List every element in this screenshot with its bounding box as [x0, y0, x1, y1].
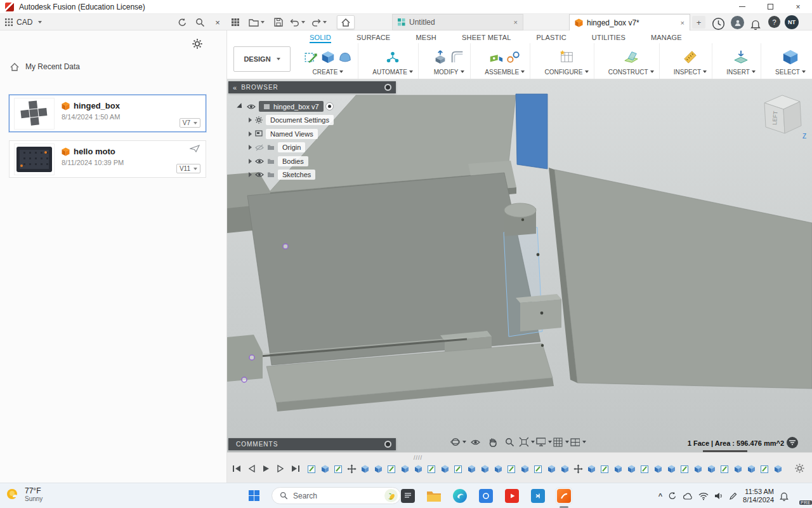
version-dropdown[interactable]: V7 — [180, 118, 200, 128]
timeline-feature-sketch[interactable] — [307, 464, 317, 474]
tab-sheet-metal[interactable]: SHEET METAL — [462, 34, 511, 43]
timeline-feature-extrude[interactable] — [374, 464, 383, 474]
browser-root-row[interactable]: hinged_box v7 — [228, 100, 419, 114]
timeline-feature-extrude[interactable] — [587, 464, 596, 474]
onedrive-cloud-icon[interactable] — [683, 493, 693, 500]
design-workspace-dropdown[interactable]: DESIGN — [233, 46, 291, 72]
document-tab-hinged-box[interactable]: hinged_box v7* × — [569, 14, 690, 30]
step-forward-button[interactable] — [277, 465, 284, 472]
timeline-feature-extrude[interactable] — [360, 464, 370, 474]
start-button[interactable] — [249, 490, 259, 501]
youtube-icon[interactable] — [504, 488, 520, 504]
timeline-feature-extrude[interactable] — [627, 464, 636, 474]
timeline-feature-extrude[interactable] — [414, 464, 423, 474]
collapsed-arrow-icon[interactable] — [249, 131, 252, 137]
new-component-icon[interactable] — [488, 50, 504, 65]
close-button[interactable]: × — [784, 0, 812, 14]
browser-row-bodies[interactable]: Bodies — [228, 154, 419, 168]
collapsed-arrow-icon[interactable] — [249, 172, 252, 177]
timeline-drag-marks-icon[interactable]: //// — [414, 455, 422, 461]
timeline-feature-extrude[interactable] — [480, 464, 490, 474]
minimize-button[interactable] — [728, 0, 756, 14]
timeline-feature-sketch[interactable] — [387, 464, 396, 474]
collapse-panel-icon[interactable]: « — [233, 84, 236, 91]
timeline-feature-extrude[interactable] — [747, 464, 756, 474]
automate-icon[interactable] — [385, 50, 400, 65]
fit-view-tool[interactable] — [519, 436, 535, 448]
tab-plastic[interactable]: PLASTIC — [537, 34, 566, 43]
files-app-icon[interactable] — [400, 488, 416, 504]
browser-row-origin[interactable]: Origin — [228, 141, 419, 155]
timeline-feature-extrude[interactable] — [467, 464, 476, 474]
browser-panel-header[interactable]: « BROWSER — [228, 81, 396, 93]
timeline-feature-move[interactable] — [573, 464, 583, 474]
panel-drag-dot-icon[interactable] — [384, 441, 391, 448]
timeline-feature-sketch[interactable] — [680, 464, 690, 474]
breadcrumb[interactable]: My Recent Data — [10, 62, 80, 71]
recent-file-card-hinged-box[interactable]: hinged_box 8/14/2024 1:50 AM V7 — [9, 95, 206, 132]
folder-icon[interactable] — [426, 488, 442, 504]
timeline-feature-extrude[interactable] — [440, 464, 450, 474]
timeline-feature-extrude[interactable] — [667, 464, 676, 474]
visibility-off-eye-icon[interactable] — [255, 144, 264, 151]
visibility-eye-icon[interactable] — [255, 171, 264, 178]
tab-mesh[interactable]: MESH — [416, 34, 436, 43]
dashboard-home-button[interactable] — [337, 15, 355, 29]
recent-file-card-hello-moto[interactable]: hello moto 8/11/2024 10:39 PM V11 — [9, 140, 206, 178]
undo-button[interactable] — [288, 14, 307, 30]
selection-filter-button[interactable] — [787, 437, 798, 448]
construction-plane-icon[interactable] — [624, 50, 639, 65]
search-button[interactable] — [193, 14, 207, 30]
show-data-panel-button[interactable] — [228, 14, 242, 30]
timeline-feature-sketch[interactable] — [454, 464, 463, 474]
collapsed-arrow-icon[interactable] — [249, 159, 252, 164]
taskbar-clock[interactable]: 11:53 AM 8/14/2024 — [743, 488, 774, 504]
timeline-feature-extrude[interactable] — [494, 464, 503, 474]
timeline-feature-sketch[interactable] — [334, 464, 343, 474]
panel-drag-dot-icon[interactable] — [384, 84, 391, 91]
timeline-feature-sketch[interactable] — [534, 464, 543, 474]
configure-menu[interactable]: CONFIGURE — [545, 69, 589, 76]
automate-menu[interactable]: AUTOMATE — [372, 69, 413, 76]
browser-row-sketches[interactable]: Sketches — [228, 168, 419, 182]
create-sketch-icon[interactable] — [303, 50, 318, 65]
expand-arrow-icon[interactable] — [237, 103, 244, 110]
timeline-feature-extrude[interactable] — [320, 464, 330, 474]
workspace-switcher[interactable]: CAD — [5, 14, 42, 30]
box-primitive-icon[interactable] — [320, 50, 336, 65]
assemble-menu[interactable]: ASSEMBLE — [485, 69, 525, 76]
go-to-end-button[interactable] — [291, 465, 300, 472]
timeline-feature-sketch[interactable] — [427, 464, 436, 474]
notification-bell-icon[interactable] — [780, 491, 789, 501]
redo-button[interactable] — [310, 14, 329, 30]
timeline-feature-extrude[interactable] — [693, 464, 703, 474]
vscode-icon[interactable] — [530, 488, 546, 504]
grid-snap-menu[interactable] — [553, 436, 569, 448]
look-at-tool[interactable] — [468, 436, 483, 448]
timeline-feature-sketch[interactable] — [507, 464, 516, 474]
play-button[interactable] — [263, 465, 270, 472]
create-menu[interactable]: CREATE — [313, 69, 344, 76]
3d-viewport-canvas[interactable]: « BROWSER hinged_box v7 Document Setting… — [227, 79, 812, 452]
account-avatar-button[interactable]: NT — [785, 15, 799, 29]
document-tab-untitled[interactable]: Untitled × — [392, 14, 523, 30]
visibility-eye-icon[interactable] — [255, 158, 264, 164]
timeline-feature-sketch[interactable] — [760, 464, 769, 474]
extension-avatar-button[interactable] — [731, 16, 744, 29]
timeline-feature-extrude[interactable] — [520, 464, 530, 474]
timeline-settings-gear-icon[interactable] — [795, 464, 804, 473]
form-tool-icon[interactable] — [337, 50, 353, 65]
orbit-tool[interactable] — [450, 436, 466, 448]
browser-row-named-views[interactable]: Named Views — [228, 127, 419, 141]
tab-close-icon[interactable]: × — [681, 19, 684, 27]
insert-menu[interactable]: INSERT — [726, 69, 756, 76]
collapsed-arrow-icon[interactable] — [249, 145, 252, 150]
help-button[interactable]: ? — [768, 16, 780, 28]
browser-row-document-settings[interactable]: Document Settings — [228, 114, 419, 128]
collapsed-arrow-icon[interactable] — [249, 117, 252, 123]
timeline-feature-sketch[interactable] — [720, 464, 730, 474]
tab-surface[interactable]: SURFACE — [357, 34, 390, 43]
inspect-menu[interactable]: INSPECT — [674, 69, 707, 76]
comments-panel-header[interactable]: COMMENTS — [228, 438, 396, 450]
job-status-button[interactable] — [712, 15, 725, 32]
